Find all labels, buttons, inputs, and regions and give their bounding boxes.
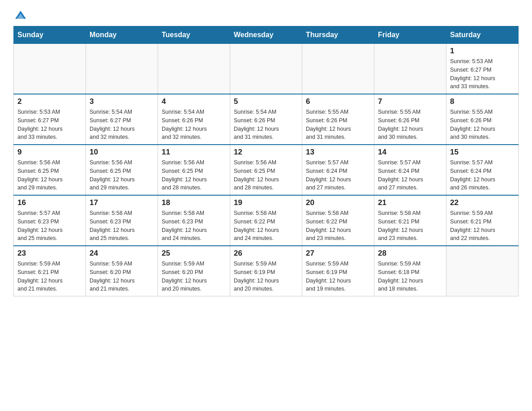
calendar-table: Sunday Monday Tuesday Wednesday Thursday…: [13, 26, 519, 296]
calendar-cell: 17Sunrise: 5:58 AMSunset: 6:23 PMDayligh…: [86, 195, 158, 246]
day-info: Sunrise: 5:58 AMSunset: 6:22 PMDaylight:…: [234, 209, 298, 243]
day-number: 3: [90, 97, 154, 106]
calendar-cell: 4Sunrise: 5:54 AMSunset: 6:26 PMDaylight…: [158, 94, 230, 145]
day-info: Sunrise: 5:55 AMSunset: 6:26 PMDaylight:…: [378, 108, 442, 141]
logo-icon: [14, 9, 27, 21]
day-number: 2: [17, 97, 82, 106]
day-info: Sunrise: 5:59 AMSunset: 6:19 PMDaylight:…: [234, 260, 298, 293]
calendar-cell: 6Sunrise: 5:55 AMSunset: 6:26 PMDaylight…: [302, 94, 374, 145]
day-number: 19: [234, 198, 298, 207]
calendar-cell: 21Sunrise: 5:58 AMSunset: 6:21 PMDayligh…: [374, 195, 446, 246]
day-number: 9: [17, 148, 82, 157]
day-info: Sunrise: 5:57 AMSunset: 6:23 PMDaylight:…: [17, 209, 82, 243]
day-info: Sunrise: 5:54 AMSunset: 6:26 PMDaylight:…: [162, 108, 226, 141]
calendar-cell: 26Sunrise: 5:59 AMSunset: 6:19 PMDayligh…: [230, 246, 302, 296]
day-info: Sunrise: 5:56 AMSunset: 6:25 PMDaylight:…: [17, 158, 82, 192]
header-friday: Friday: [374, 26, 446, 44]
header-wednesday: Wednesday: [230, 26, 302, 44]
calendar-cell: 13Sunrise: 5:57 AMSunset: 6:24 PMDayligh…: [302, 145, 374, 195]
day-number: 20: [306, 198, 370, 207]
day-info: Sunrise: 5:54 AMSunset: 6:27 PMDaylight:…: [90, 108, 154, 141]
day-info: Sunrise: 5:59 AMSunset: 6:18 PMDaylight:…: [378, 260, 442, 293]
day-info: Sunrise: 5:53 AMSunset: 6:27 PMDaylight:…: [17, 108, 82, 141]
calendar-cell: 2Sunrise: 5:53 AMSunset: 6:27 PMDaylight…: [14, 94, 86, 145]
calendar-cell: 19Sunrise: 5:58 AMSunset: 6:22 PMDayligh…: [230, 195, 302, 246]
day-info: Sunrise: 5:56 AMSunset: 6:25 PMDaylight:…: [234, 158, 298, 192]
day-info: Sunrise: 5:56 AMSunset: 6:25 PMDaylight:…: [90, 158, 154, 192]
day-info: Sunrise: 5:59 AMSunset: 6:21 PMDaylight:…: [450, 209, 515, 243]
day-number: 25: [162, 249, 226, 258]
calendar-cell: [230, 44, 302, 94]
day-info: Sunrise: 5:58 AMSunset: 6:23 PMDaylight:…: [162, 209, 226, 243]
day-number: 16: [17, 198, 82, 207]
calendar-cell: 1Sunrise: 5:53 AMSunset: 6:27 PMDaylight…: [446, 44, 519, 94]
calendar-cell: 25Sunrise: 5:59 AMSunset: 6:20 PMDayligh…: [158, 246, 230, 296]
weekday-header-row: Sunday Monday Tuesday Wednesday Thursday…: [14, 26, 519, 44]
calendar-cell: 11Sunrise: 5:56 AMSunset: 6:25 PMDayligh…: [158, 145, 230, 195]
calendar-cell: 27Sunrise: 5:59 AMSunset: 6:19 PMDayligh…: [302, 246, 374, 296]
calendar-cell: 24Sunrise: 5:59 AMSunset: 6:20 PMDayligh…: [86, 246, 158, 296]
day-info: Sunrise: 5:59 AMSunset: 6:21 PMDaylight:…: [17, 260, 82, 293]
calendar-cell: [86, 44, 158, 94]
day-info: Sunrise: 5:57 AMSunset: 6:24 PMDaylight:…: [306, 158, 370, 192]
day-number: 26: [234, 249, 298, 258]
day-number: 24: [90, 249, 154, 258]
calendar-cell: 28Sunrise: 5:59 AMSunset: 6:18 PMDayligh…: [374, 246, 446, 296]
calendar-cell: 12Sunrise: 5:56 AMSunset: 6:25 PMDayligh…: [230, 145, 302, 195]
day-number: 17: [90, 198, 154, 207]
day-number: 7: [378, 97, 442, 106]
day-number: 10: [90, 148, 154, 157]
calendar-cell: 3Sunrise: 5:54 AMSunset: 6:27 PMDaylight…: [86, 94, 158, 145]
calendar-cell: 10Sunrise: 5:56 AMSunset: 6:25 PMDayligh…: [86, 145, 158, 195]
header-monday: Monday: [86, 26, 158, 44]
calendar-cell: 8Sunrise: 5:55 AMSunset: 6:26 PMDaylight…: [446, 94, 519, 145]
day-info: Sunrise: 5:59 AMSunset: 6:20 PMDaylight:…: [162, 260, 226, 293]
header-sunday: Sunday: [14, 26, 86, 44]
calendar-cell: 14Sunrise: 5:57 AMSunset: 6:24 PMDayligh…: [374, 145, 446, 195]
page-header: [13, 9, 519, 21]
calendar-cell: 16Sunrise: 5:57 AMSunset: 6:23 PMDayligh…: [14, 195, 86, 246]
header-thursday: Thursday: [302, 26, 374, 44]
day-number: 14: [378, 148, 442, 157]
logo: [13, 9, 28, 21]
calendar-week-row: 9Sunrise: 5:56 AMSunset: 6:25 PMDaylight…: [14, 145, 519, 195]
calendar-cell: 7Sunrise: 5:55 AMSunset: 6:26 PMDaylight…: [374, 94, 446, 145]
calendar-cell: [446, 246, 519, 296]
day-info: Sunrise: 5:57 AMSunset: 6:24 PMDaylight:…: [450, 158, 515, 192]
calendar-cell: 22Sunrise: 5:59 AMSunset: 6:21 PMDayligh…: [446, 195, 519, 246]
calendar-cell: [14, 44, 86, 94]
calendar-cell: [374, 44, 446, 94]
day-number: 15: [450, 148, 515, 157]
day-info: Sunrise: 5:56 AMSunset: 6:25 PMDaylight:…: [162, 158, 226, 192]
calendar-cell: 18Sunrise: 5:58 AMSunset: 6:23 PMDayligh…: [158, 195, 230, 246]
day-number: 11: [162, 148, 226, 157]
day-number: 22: [450, 198, 515, 207]
header-tuesday: Tuesday: [158, 26, 230, 44]
day-info: Sunrise: 5:58 AMSunset: 6:23 PMDaylight:…: [90, 209, 154, 243]
calendar-week-row: 23Sunrise: 5:59 AMSunset: 6:21 PMDayligh…: [14, 246, 519, 296]
header-saturday: Saturday: [446, 26, 519, 44]
day-info: Sunrise: 5:53 AMSunset: 6:27 PMDaylight:…: [450, 57, 515, 91]
day-info: Sunrise: 5:55 AMSunset: 6:26 PMDaylight:…: [450, 108, 515, 141]
day-info: Sunrise: 5:54 AMSunset: 6:26 PMDaylight:…: [234, 108, 298, 141]
calendar-cell: [158, 44, 230, 94]
calendar-cell: 15Sunrise: 5:57 AMSunset: 6:24 PMDayligh…: [446, 145, 519, 195]
day-number: 8: [450, 97, 515, 106]
day-info: Sunrise: 5:55 AMSunset: 6:26 PMDaylight:…: [306, 108, 370, 141]
day-info: Sunrise: 5:59 AMSunset: 6:19 PMDaylight:…: [306, 260, 370, 293]
day-info: Sunrise: 5:57 AMSunset: 6:24 PMDaylight:…: [378, 158, 442, 192]
calendar-cell: 20Sunrise: 5:58 AMSunset: 6:22 PMDayligh…: [302, 195, 374, 246]
calendar-cell: [302, 44, 374, 94]
calendar-cell: 5Sunrise: 5:54 AMSunset: 6:26 PMDaylight…: [230, 94, 302, 145]
day-number: 12: [234, 148, 298, 157]
day-info: Sunrise: 5:58 AMSunset: 6:21 PMDaylight:…: [378, 209, 442, 243]
calendar-week-row: 1Sunrise: 5:53 AMSunset: 6:27 PMDaylight…: [14, 44, 519, 94]
day-number: 21: [378, 198, 442, 207]
calendar-week-row: 16Sunrise: 5:57 AMSunset: 6:23 PMDayligh…: [14, 195, 519, 246]
calendar-week-row: 2Sunrise: 5:53 AMSunset: 6:27 PMDaylight…: [14, 94, 519, 145]
day-number: 18: [162, 198, 226, 207]
calendar-cell: 23Sunrise: 5:59 AMSunset: 6:21 PMDayligh…: [14, 246, 86, 296]
day-number: 13: [306, 148, 370, 157]
day-info: Sunrise: 5:59 AMSunset: 6:20 PMDaylight:…: [90, 260, 154, 293]
day-number: 6: [306, 97, 370, 106]
